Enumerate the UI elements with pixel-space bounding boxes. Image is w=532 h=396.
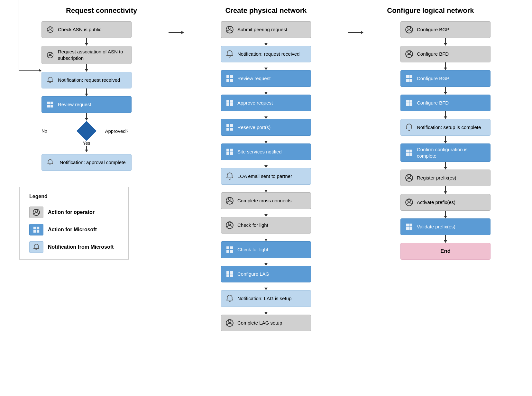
windows-icon	[405, 98, 414, 107]
svg-point-18	[35, 209, 38, 212]
svg-rect-39	[230, 149, 233, 152]
c2n11-node: Configure LAG	[221, 266, 311, 282]
col1-flow: Check ASN is public Request associa	[6, 21, 167, 260]
person-icon	[225, 196, 234, 205]
col3-header: Configure logical network	[348, 6, 513, 15]
windows-icon	[225, 245, 234, 254]
c3n3-item: Configure BGP	[400, 70, 491, 95]
diagram-container: Request connectivity Create physical net…	[6, 6, 526, 331]
legend: Legend Action for operator Action for Mi…	[19, 187, 129, 260]
svg-rect-51	[230, 271, 233, 274]
windows-icon	[405, 222, 414, 231]
svg-point-43	[226, 197, 233, 204]
c1n4-item: Review request	[41, 96, 132, 121]
c3n9-node: Validate prefix(es)	[400, 218, 491, 235]
svg-rect-63	[409, 79, 412, 82]
svg-rect-66	[406, 103, 409, 106]
svg-point-24	[228, 26, 231, 29]
c2n11-text: Configure LAG	[237, 271, 307, 277]
c2n10-text: Check for light	[237, 246, 307, 253]
svg-rect-16	[47, 105, 50, 107]
svg-rect-40	[226, 152, 229, 155]
c2n5-node: Reserve port(s)	[221, 119, 311, 136]
c2n7-node: LOA email sent to partner	[221, 168, 311, 185]
windows-icon	[225, 123, 234, 132]
windows-icon	[46, 100, 55, 109]
person-icon	[405, 50, 414, 59]
svg-point-13	[47, 52, 53, 58]
arrow	[444, 186, 447, 194]
svg-rect-61	[409, 75, 412, 78]
c1n4-text: Review request	[58, 101, 127, 108]
c2n2-node: Notification: request received	[221, 46, 311, 62]
svg-rect-49	[230, 250, 233, 253]
person-icon	[46, 25, 55, 34]
svg-rect-33	[230, 103, 233, 106]
c2n6-node: Site services notified	[221, 143, 311, 160]
c3n3-text: Configure BGP	[417, 75, 486, 82]
svg-rect-26	[226, 75, 229, 78]
c3n5-item: Notification: setup is complete	[400, 119, 491, 143]
legend-item-microsoft: Action for Microsoft	[29, 224, 119, 235]
arrow	[444, 235, 447, 243]
svg-rect-71	[409, 153, 412, 156]
c1n3-node: Notification: request received	[41, 72, 132, 88]
person-icon	[405, 198, 414, 207]
c2n12-node: Notification: LAG is setup	[221, 290, 311, 307]
c2n9-item: Check for light	[221, 217, 311, 241]
c1n2-item: Request association of ASN to subscripti…	[41, 46, 132, 72]
svg-rect-50	[226, 271, 229, 274]
c2n3-text: Review request	[237, 75, 307, 82]
bell-icon	[225, 294, 234, 303]
windows-icon	[225, 74, 234, 83]
svg-rect-22	[33, 230, 36, 233]
svg-rect-29	[230, 79, 233, 82]
windows-icon	[405, 148, 414, 157]
svg-rect-21	[37, 227, 39, 229]
c2n4-node: Approve request	[221, 95, 311, 111]
main-layout: Check ASN is public Request associa	[6, 21, 526, 331]
svg-point-45	[226, 222, 233, 229]
svg-rect-78	[406, 227, 409, 230]
col1-header: Request connectivity	[19, 6, 184, 15]
arrow	[444, 162, 447, 170]
c2n8-node: Complete cross connects	[221, 192, 311, 209]
svg-rect-67	[409, 103, 412, 106]
c3n4-item: Configure BFD	[400, 95, 491, 119]
svg-rect-62	[406, 79, 409, 82]
c2n2-text: Notification: request received	[237, 51, 307, 57]
c3n10-item: End	[400, 243, 491, 260]
c2n13-node: Complete LAG setup	[221, 315, 311, 331]
legend-icon-notification	[29, 241, 43, 253]
c3n1-item: Configure BGP	[400, 21, 491, 46]
svg-rect-23	[37, 230, 39, 233]
c2n3-item: Review request	[221, 70, 311, 95]
bell-icon	[225, 50, 234, 59]
svg-point-57	[406, 26, 413, 33]
arrow	[264, 307, 268, 315]
diamond-container: No Approved?	[41, 124, 132, 138]
c3n2-item: Configure BFD	[400, 46, 491, 70]
legend-label-microsoft: Action for Microsoft	[48, 227, 97, 233]
c3n6-node: Confirm configuration is complete	[400, 143, 491, 162]
c2n12-item: Notification: LAG is setup	[221, 290, 311, 315]
c1n1-text: Check ASN is public	[58, 26, 127, 33]
c3n10-text: End	[405, 248, 486, 255]
c1n1-item: Check ASN is public	[41, 21, 132, 46]
c2n5-text: Reserve port(s)	[237, 124, 307, 131]
arrow	[85, 38, 88, 46]
c1n3-item: Notification: request received	[41, 72, 132, 96]
c2n1-node: Submit peering request	[221, 21, 311, 38]
c1n3-text: Notification: request received	[58, 77, 127, 83]
svg-rect-77	[409, 224, 412, 226]
c3n3-node: Configure BGP	[400, 70, 491, 87]
person-icon	[405, 25, 414, 34]
c2n10-item: Check for light	[221, 241, 311, 266]
svg-rect-65	[409, 100, 412, 103]
c1n2-node: Request association of ASN to subscripti…	[41, 46, 132, 64]
c2n4-text: Approve request	[237, 100, 307, 106]
c1n2-text: Request association of ASN to subscripti…	[58, 49, 127, 61]
svg-point-7	[47, 27, 53, 32]
svg-point-56	[408, 26, 411, 29]
arrow	[264, 62, 268, 70]
